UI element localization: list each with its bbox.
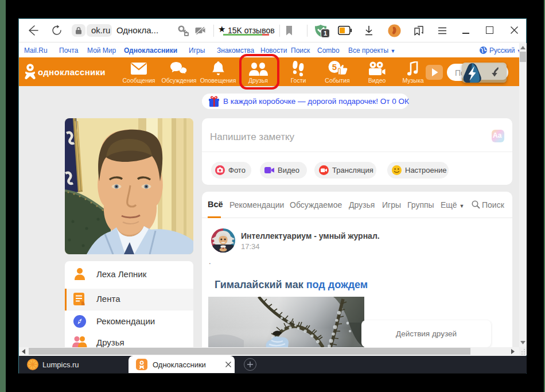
svg-text:5: 5: [332, 62, 337, 72]
svg-text:1: 1: [324, 30, 327, 37]
